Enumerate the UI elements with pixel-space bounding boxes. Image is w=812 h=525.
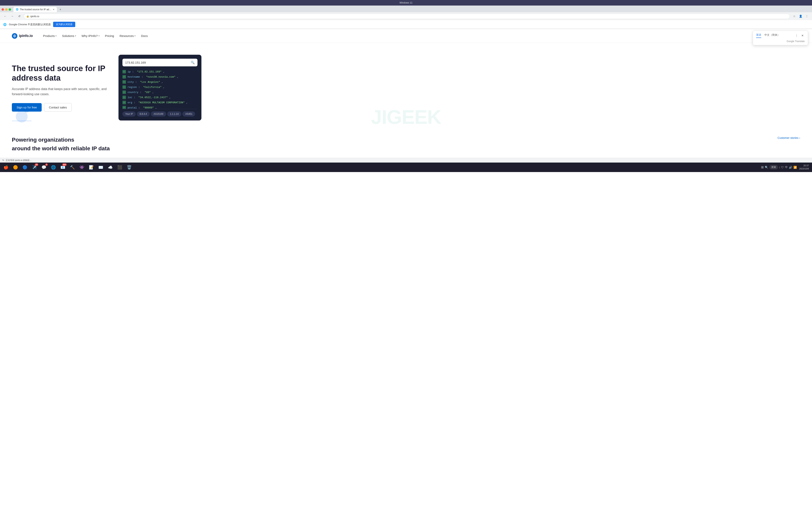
website-content: ipinfo.io Products ▾ Solutions ▾ Why IPI…	[0, 29, 812, 158]
nav-resources[interactable]: Resources ▾	[117, 33, 138, 39]
browser-tabs: 🌐 The trusted source for IP add... ✕ +	[0, 5, 812, 12]
taskbar-trash[interactable]: 🗑️	[125, 163, 134, 171]
tab-close-button[interactable]: ✕	[53, 8, 55, 11]
telegram-badge: 20	[35, 163, 38, 166]
hero-wrapper: The trusted source for IP address data A…	[0, 43, 812, 129]
clock-time: 20:37	[799, 164, 809, 167]
browser-frame: 🌐 The trusted source for IP add... ✕ + ←…	[0, 5, 812, 29]
flag-icon-hostname: cc	[122, 75, 126, 79]
signup-free-button[interactable]: Sign up for free	[12, 103, 42, 111]
search-icon[interactable]: 🔍	[191, 61, 195, 64]
ip-row-city: cc city: "Los Angeles",	[122, 80, 198, 84]
flag-icon-postal: cc	[122, 106, 126, 109]
site-logo[interactable]: ipinfo.io	[12, 33, 33, 39]
taskbar-teams[interactable]: 👾	[77, 163, 86, 171]
quick-link-as15169[interactable]: AS15169	[151, 111, 166, 117]
taskbar-email[interactable]: 📧 803	[59, 163, 67, 171]
powering-title-line1: Powering organizations	[12, 136, 110, 144]
taskbar-finder[interactable]: 🍎	[2, 163, 10, 171]
quick-link-as451[interactable]: AS451	[182, 111, 195, 117]
clock-date: 2023/10/8	[799, 167, 809, 170]
email-badge: 803	[62, 163, 67, 166]
nav-products[interactable]: Products ▾	[41, 33, 59, 39]
search-icon[interactable]: 🔍	[765, 166, 768, 169]
browser-toolbar: ← → ↺ 🔒 ipinfo.io ☆ 👤 ⋮	[0, 12, 812, 20]
search-label[interactable]: 搜索	[769, 165, 778, 169]
forward-button[interactable]: →	[10, 13, 15, 19]
english-tab[interactable]: 英语	[756, 33, 761, 38]
back-button[interactable]: ←	[2, 13, 8, 19]
language-tabs: 英语 中文（简体）	[756, 33, 780, 38]
resources-chevron: ▾	[135, 35, 136, 37]
set-default-browser-button[interactable]: 设为默认浏览器	[53, 22, 75, 27]
solutions-chevron: ▾	[75, 35, 76, 37]
arrow-icon: ›	[799, 136, 800, 139]
customer-stories-text: Customer stories	[778, 136, 799, 139]
os-title: Windows 11	[399, 1, 412, 4]
nav-links: Products ▾ Solutions ▾ Why IPInfo? ▾ Pri…	[41, 33, 768, 39]
taskbar-appstore[interactable]: 🔵	[20, 163, 29, 171]
ip-demo-card: 173.82.151.169 🔍 cc ip: "173.82.151.169"…	[119, 55, 201, 120]
chrome-icon: 🌐	[3, 23, 6, 26]
taskbar-wechat[interactable]: 💬 3	[40, 163, 48, 171]
nav-docs[interactable]: Docs	[139, 33, 150, 39]
hero-subtitle: Accurate IP address data that keeps pace…	[12, 87, 111, 96]
flag-icon-city: cc	[122, 80, 126, 84]
products-chevron: ▾	[56, 35, 57, 37]
hero-title: The trusted source for IP address data	[12, 64, 111, 82]
close-dot[interactable]	[2, 8, 4, 11]
os-title-bar: Windows 11	[0, 0, 812, 5]
maximize-dot[interactable]	[9, 8, 11, 11]
windows-taskbar: 🍎 🟠 🔵 ✈️ 20 💬 3 🌐 📧 803 🔨 👾 📝 ✉️ ☁️ ⬛ 🗑️…	[0, 163, 812, 172]
contact-sales-button[interactable]: Contact sales	[44, 103, 72, 111]
taskbar-icon-4[interactable]: 📶	[794, 166, 797, 169]
close-popup-button[interactable]: ✕	[800, 33, 805, 38]
taskbar-mail[interactable]: ✉️	[96, 163, 105, 171]
taskbar-clock[interactable]: 20:37 2023/10/8	[798, 164, 810, 170]
taskbar-system-icons: ⊞ 🔍 搜索 | 🛡 中 🔊 📶	[761, 165, 797, 169]
flag-icon-country: cc	[122, 90, 126, 94]
hero-buttons: Sign up for free Contact sales	[12, 103, 111, 111]
minimize-dot[interactable]	[5, 8, 7, 11]
ip-row-region: cc region: "California",	[122, 85, 198, 89]
quick-link-1114[interactable]: 1.1.1.14	[167, 111, 181, 117]
nav-pricing[interactable]: Pricing	[103, 33, 117, 39]
popup-actions: ⋮ ✕	[794, 33, 805, 38]
ip-data-display: cc ip: "173.82.151.169", cc hostname: "n…	[122, 70, 198, 109]
google-translate-label: Google Translate	[756, 40, 805, 43]
taskbar-launchpad[interactable]: 🟠	[11, 163, 20, 171]
ip-row-hostname: cc hostname: "novo30.novo1a.com",	[122, 75, 198, 79]
address-bar[interactable]: 🔒 ipinfo.io	[24, 14, 790, 19]
quick-link-8844[interactable]: 8.8.4.4	[137, 111, 150, 117]
taskbar-notes[interactable]: 📝	[87, 163, 95, 171]
why-chevron: ▾	[98, 35, 99, 37]
taskbar-xcode[interactable]: 🔨	[68, 163, 77, 171]
more-options-button[interactable]: ⋮	[794, 33, 799, 38]
windows-button[interactable]: ⊞	[761, 165, 764, 169]
nav-why-ipinfo[interactable]: Why IPInfo? ▾	[79, 33, 102, 39]
nav-solutions[interactable]: Solutions ▾	[60, 33, 78, 39]
profile-button[interactable]: 👤	[798, 13, 803, 19]
taskbar-cloud[interactable]: ☁️	[106, 163, 114, 171]
browser-status-bar: ↻ 正在等待 ipinfo.io 的响应...	[0, 158, 812, 163]
url-text: ipinfo.io	[30, 15, 39, 18]
translation-popup: 英语 中文（简体） ⋮ ✕ Google Translate	[753, 31, 808, 45]
logo-icon	[12, 33, 17, 39]
quick-link-your-ip[interactable]: Your IP	[122, 111, 136, 117]
taskbar-icon-1[interactable]: 🛡	[781, 166, 784, 169]
settings-button[interactable]: ⋮	[804, 13, 810, 19]
taskbar-terminal[interactable]: ⬛	[115, 163, 124, 171]
reload-button[interactable]: ↺	[17, 13, 22, 19]
customer-stories-link[interactable]: Customer stories ›	[778, 136, 800, 139]
taskbar-divider: |	[779, 166, 780, 168]
taskbar-icon-3[interactable]: 🔊	[789, 166, 792, 169]
taskbar-icon-2[interactable]: 中	[785, 166, 788, 169]
bookmark-button[interactable]: ☆	[792, 13, 797, 19]
taskbar-chrome[interactable]: 🌐	[49, 163, 58, 171]
active-tab[interactable]: 🌐 The trusted source for IP add... ✕	[13, 7, 57, 12]
new-tab-button[interactable]: +	[58, 7, 63, 12]
logo-text: ipinfo.io	[19, 34, 33, 38]
ip-row-country: cc country: "US",	[122, 90, 198, 94]
taskbar-telegram[interactable]: ✈️ 20	[30, 163, 39, 171]
chinese-tab[interactable]: 中文（简体）	[764, 33, 780, 38]
